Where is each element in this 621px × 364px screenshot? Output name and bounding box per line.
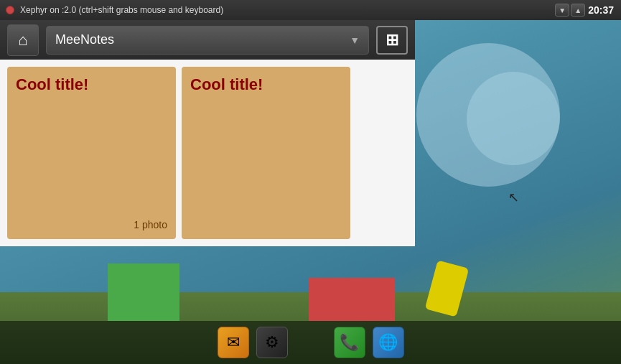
bg-building-red bbox=[309, 278, 395, 321]
gear-icon: ⚙ bbox=[265, 333, 279, 352]
phone-icon: 📞 bbox=[340, 333, 359, 352]
taskbar: ✉ ⚙ 📞 🌐 bbox=[0, 321, 621, 364]
note-body-1 bbox=[16, 100, 167, 230]
note-title-2: Cool title! bbox=[190, 75, 342, 94]
taskbar-web-icon[interactable]: 🌐 bbox=[373, 327, 404, 358]
home-button[interactable]: ⌂ bbox=[7, 24, 39, 56]
bg-decoration-circle-small bbox=[467, 72, 560, 165]
note-card-1[interactable]: Cool title! 1 photo bbox=[7, 67, 176, 239]
title-bar: Xephyr on :2.0 (ctrl+shift grabs mouse a… bbox=[0, 0, 621, 20]
dropdown-arrow-icon: ▼ bbox=[350, 34, 360, 46]
app-header: ⌂ MeeNotes ▼ ⊞ bbox=[0, 20, 415, 60]
notes-area: Cool title! 1 photo Cool title! bbox=[0, 60, 415, 246]
mouse-cursor: ↖ bbox=[508, 190, 519, 205]
title-bar-controls: ▼ ▲ bbox=[554, 4, 585, 17]
taskbar-phone-icon[interactable]: 📞 bbox=[334, 327, 365, 358]
taskbar-settings-icon[interactable]: ⚙ bbox=[256, 327, 288, 358]
mail-icon: ✉ bbox=[227, 333, 240, 352]
bg-building-green bbox=[108, 263, 179, 321]
app-title-text: MeeNotes bbox=[55, 32, 350, 47]
note-photo-count-1: 1 photo bbox=[134, 219, 167, 230]
note-card-2[interactable]: Cool title! bbox=[182, 67, 350, 239]
title-bar-text: Xephyr on :2.0 (ctrl+shift grabs mouse a… bbox=[20, 5, 554, 15]
title-bar-close-dot[interactable] bbox=[6, 6, 14, 14]
note-title-1: Cool title! bbox=[16, 75, 167, 94]
add-note-button[interactable]: ⊞ bbox=[376, 26, 408, 55]
home-icon: ⌂ bbox=[18, 31, 27, 50]
taskbar-mail-icon[interactable]: ✉ bbox=[218, 327, 249, 358]
note-body-2 bbox=[190, 100, 342, 230]
app-title-area[interactable]: MeeNotes ▼ bbox=[46, 26, 369, 55]
title-bar-minimize-btn[interactable]: ▼ bbox=[555, 4, 569, 17]
taskbar-grid-icon[interactable] bbox=[295, 327, 327, 358]
add-icon: ⊞ bbox=[386, 31, 398, 50]
app-window: ⌂ MeeNotes ▼ ⊞ Cool title! 1 photo Cool … bbox=[0, 20, 415, 246]
web-icon: 🌐 bbox=[378, 333, 398, 352]
title-bar-maximize-btn[interactable]: ▲ bbox=[571, 4, 585, 17]
title-bar-time: 20:37 bbox=[588, 4, 614, 16]
